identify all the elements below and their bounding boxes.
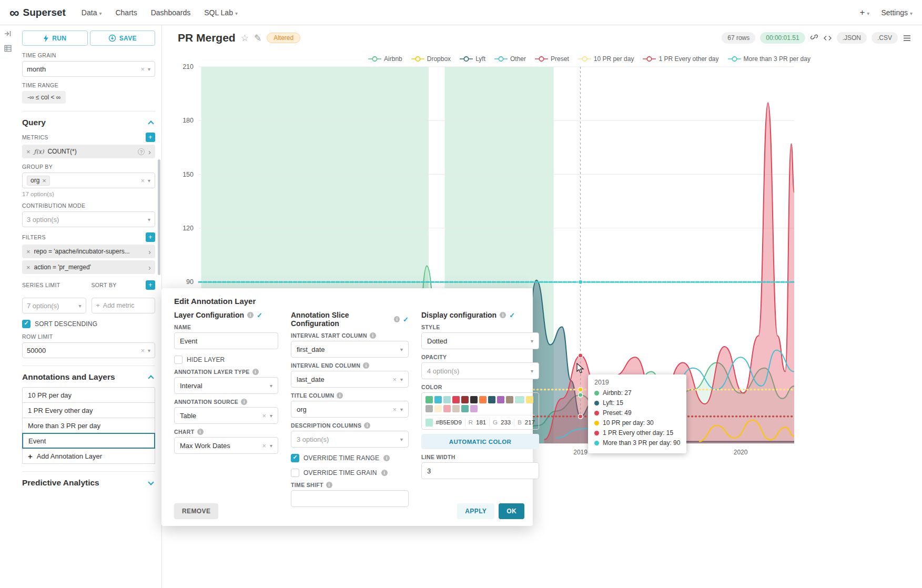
- color-g-value[interactable]: 233: [501, 419, 511, 425]
- edit-title-icon[interactable]: ✎: [254, 33, 261, 44]
- sort-descending-checkbox-row[interactable]: SORT DESCENDING: [22, 320, 155, 328]
- checkbox-icon[interactable]: [174, 356, 183, 364]
- nav-menu-charts[interactable]: Charts: [115, 8, 137, 17]
- filter-pill[interactable]: action = 'pr_merged': [22, 260, 155, 274]
- group-by-select[interactable]: org × ▾: [22, 173, 155, 188]
- color-swatch[interactable]: [461, 396, 469, 403]
- legend-item[interactable]: More than 3 PR per day: [728, 55, 810, 63]
- override-time-range-checkbox-row[interactable]: OVERRIDE TIME RANGE i: [291, 454, 409, 462]
- favorite-star-icon[interactable]: ☆: [241, 33, 249, 44]
- time-grain-select[interactable]: month × ▾: [22, 61, 155, 77]
- series-limit-select[interactable]: 7 option(s) ▾: [22, 298, 86, 313]
- title-column-select[interactable]: org × ▾: [291, 401, 409, 418]
- color-swatch[interactable]: [506, 396, 513, 403]
- style-select[interactable]: Dotted ▾: [421, 332, 539, 349]
- interval-start-column-select[interactable]: first_date ▾: [291, 341, 409, 358]
- info-icon[interactable]: i: [363, 362, 369, 369]
- legend-item[interactable]: Preset: [535, 55, 569, 63]
- clear-icon[interactable]: ×: [140, 177, 145, 184]
- color-swatch[interactable]: [526, 396, 533, 403]
- info-icon[interactable]: i: [500, 312, 506, 318]
- checkbox-icon[interactable]: [291, 469, 299, 477]
- run-button[interactable]: RUN: [22, 31, 88, 46]
- color-r-value[interactable]: 181: [476, 419, 486, 425]
- remove-icon[interactable]: [26, 263, 31, 271]
- export-json-button[interactable]: .JSON: [837, 32, 867, 44]
- info-icon[interactable]: i: [197, 429, 204, 435]
- contribution-mode-select[interactable]: 3 option(s) ▾: [22, 211, 155, 227]
- color-hex-value[interactable]: #B5E9D9: [436, 419, 462, 425]
- panel-scrollbar[interactable]: [158, 159, 160, 275]
- clear-icon[interactable]: ×: [392, 376, 397, 383]
- add-annotation-layer-button[interactable]: + Add Annotation Layer: [22, 448, 155, 464]
- group-by-tag[interactable]: org: [27, 176, 50, 186]
- clear-icon[interactable]: ×: [262, 412, 266, 419]
- annotation-source-select[interactable]: Table × ▾: [174, 407, 278, 424]
- legend-item[interactable]: 10 PR per day: [578, 55, 634, 63]
- settings-menu[interactable]: Settings: [881, 8, 913, 17]
- name-input[interactable]: [174, 332, 278, 349]
- color-swatch[interactable]: [425, 396, 433, 403]
- embed-code-icon[interactable]: [823, 34, 832, 42]
- time-range-pill[interactable]: -∞ ≤ col < ∞: [22, 91, 66, 104]
- color-swatch[interactable]: [470, 396, 478, 403]
- interval-end-column-select[interactable]: last_date × ▾: [291, 371, 409, 388]
- legend-item[interactable]: Airbnb: [368, 55, 402, 63]
- annotation-layer-item[interactable]: 10 PR per day: [22, 387, 155, 403]
- remove-tag-icon[interactable]: [42, 177, 46, 185]
- color-swatch[interactable]: [461, 405, 469, 412]
- filter-pill[interactable]: repo = 'apache/incubator-supers...: [22, 245, 155, 258]
- legend-item[interactable]: Other: [494, 55, 526, 63]
- info-icon[interactable]: i: [364, 422, 370, 429]
- apply-button[interactable]: APPLY: [457, 503, 494, 519]
- hide-layer-checkbox-row[interactable]: HIDE LAYER: [174, 356, 278, 364]
- expand-icon[interactable]: [148, 263, 151, 272]
- opacity-select[interactable]: 4 option(s) ▾: [421, 362, 539, 379]
- clear-icon[interactable]: ×: [140, 347, 145, 354]
- legend-item[interactable]: Dropbox: [411, 55, 451, 63]
- query-section-header[interactable]: Query: [22, 111, 155, 127]
- dataset-grid-icon[interactable]: [4, 44, 12, 53]
- remove-icon[interactable]: [26, 248, 31, 256]
- nav-menu-dashboards[interactable]: Dashboards: [151, 8, 191, 17]
- annotations-section-header[interactable]: Annotations and Layers: [22, 366, 155, 382]
- nav-menu-sqllab[interactable]: SQL Lab: [204, 8, 238, 17]
- checkbox-checked-icon[interactable]: [22, 320, 31, 328]
- color-b-value[interactable]: 217: [525, 419, 535, 425]
- info-icon[interactable]: i: [252, 369, 259, 375]
- info-icon[interactable]: i: [337, 392, 343, 399]
- color-swatch[interactable]: [443, 396, 451, 403]
- expand-icon[interactable]: [148, 247, 151, 256]
- info-icon[interactable]: i: [383, 455, 390, 461]
- color-swatch[interactable]: [425, 405, 433, 412]
- expand-icon[interactable]: [148, 147, 151, 156]
- automatic-color-button[interactable]: AUTOMATIC COLOR: [421, 434, 539, 449]
- new-item-button[interactable]: +: [859, 7, 869, 18]
- predictive-analytics-section-header[interactable]: Predictive Analytics: [22, 471, 155, 488]
- color-swatch[interactable]: [452, 396, 460, 403]
- clear-icon[interactable]: ×: [262, 442, 266, 449]
- color-swatch[interactable]: [443, 405, 451, 412]
- line-width-input[interactable]: [421, 462, 539, 479]
- remove-button[interactable]: REMOVE: [174, 503, 218, 519]
- info-icon[interactable]: i: [241, 399, 247, 405]
- chart-select[interactable]: Max Work Dates × ▾: [174, 437, 278, 454]
- color-swatch[interactable]: [497, 396, 504, 403]
- description-columns-select[interactable]: 3 option(s) ▾: [291, 431, 409, 448]
- annotation-layer-type-select[interactable]: Interval ▾: [174, 377, 278, 394]
- annotation-layer-item[interactable]: Event: [22, 433, 155, 449]
- color-swatch[interactable]: [479, 396, 487, 403]
- annotation-layer-item[interactable]: 1 PR Every other day: [22, 402, 155, 418]
- annotation-layer-item[interactable]: More than 3 PR per day: [22, 418, 155, 433]
- info-icon[interactable]: i: [394, 316, 400, 322]
- ok-button[interactable]: OK: [499, 503, 524, 519]
- help-icon[interactable]: ?: [138, 148, 145, 155]
- row-limit-select[interactable]: 50000 × ▾: [22, 342, 155, 358]
- color-swatch[interactable]: [470, 405, 478, 412]
- remove-icon[interactable]: [26, 148, 31, 156]
- add-sort-metric-icon[interactable]: +: [146, 280, 155, 290]
- add-filter-icon[interactable]: +: [146, 232, 155, 242]
- more-menu-icon[interactable]: [903, 34, 911, 42]
- color-swatch[interactable]: [488, 396, 495, 403]
- checkbox-checked-icon[interactable]: [291, 454, 299, 462]
